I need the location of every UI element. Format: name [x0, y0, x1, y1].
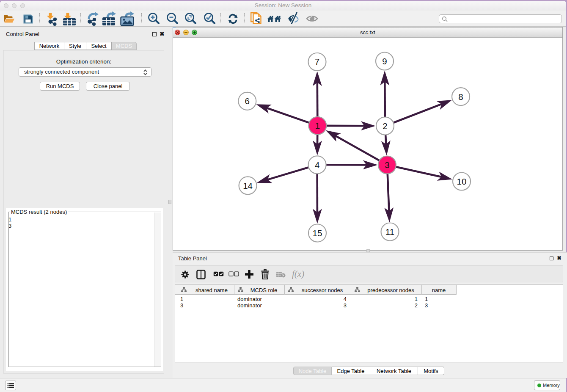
svg-text:11: 11: [385, 227, 394, 237]
svg-text:9: 9: [382, 56, 387, 66]
svg-text:4: 4: [315, 160, 319, 170]
svg-text:3: 3: [385, 160, 389, 170]
svg-text:8: 8: [458, 92, 463, 102]
svg-text:14: 14: [243, 181, 253, 190]
svg-text:10: 10: [457, 177, 467, 186]
svg-text:7: 7: [315, 57, 319, 66]
svg-text:15: 15: [313, 228, 322, 238]
svg-text:6: 6: [245, 96, 250, 106]
svg-text:1: 1: [315, 121, 320, 130]
svg-text:2: 2: [383, 121, 387, 131]
